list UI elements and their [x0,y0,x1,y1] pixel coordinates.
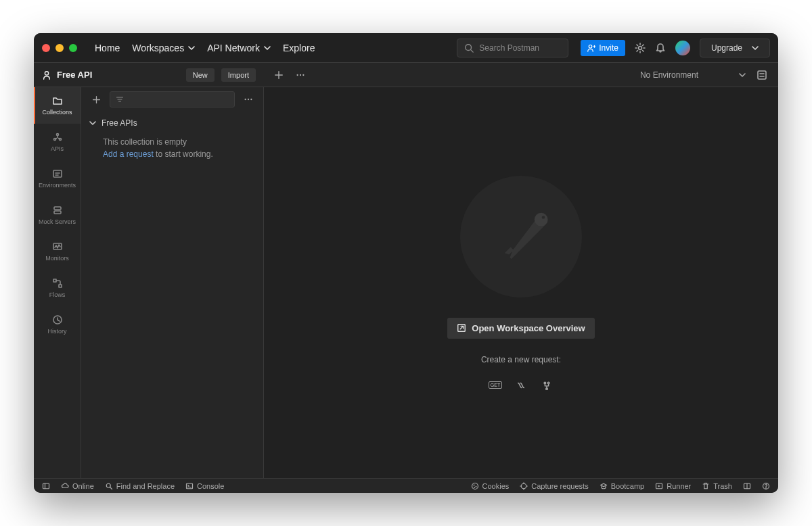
tab-options-button[interactable] [292,67,309,83]
folder-label: Free APIs [102,118,137,128]
plus-icon [274,70,284,80]
console-button[interactable]: Console [185,482,224,490]
subheader-right: No Environment [632,67,778,83]
sidebar-options-button[interactable] [240,91,256,107]
capture-button[interactable]: Capture requests [520,482,588,490]
workspace-name[interactable]: Free API [42,70,179,80]
find-replace-button[interactable]: Find and Replace [105,482,175,490]
status-bar: Online Find and Replace Console Cookies … [34,478,778,493]
chevron-down-icon [188,45,195,51]
create-collection-button[interactable] [88,91,104,107]
maximize-window-button[interactable] [69,44,77,52]
svg-point-35 [535,212,548,226]
empty-message: This collection is empty [103,136,255,148]
nav-explore[interactable]: Explore [283,43,315,53]
svg-point-36 [542,216,545,218]
cookies-label: Cookies [482,482,510,490]
avatar[interactable] [675,41,690,55]
chevron-down-icon [264,45,271,51]
monitor-icon [52,241,63,252]
bootcamp-button[interactable]: Bootcamp [600,482,645,490]
environment-quick-look[interactable] [754,67,770,83]
rail-collections[interactable]: Collections [34,87,81,124]
new-tab-button[interactable] [271,67,287,83]
nav-workspaces-label: Workspaces [132,43,184,53]
bootcamp-label: Bootcamp [611,482,645,490]
rail-environments[interactable]: Environments [34,160,81,197]
rail-flows[interactable]: Flows [34,270,81,306]
svg-point-11 [302,74,304,75]
svg-line-45 [110,487,112,489]
settings-button[interactable] [635,43,646,53]
history-icon [52,314,63,325]
toggle-sidebar-button[interactable] [42,482,50,490]
import-button[interactable]: Import [221,68,256,82]
close-window-button[interactable] [42,44,50,52]
svg-point-5 [638,46,641,49]
rail-mock-servers[interactable]: Mock Servers [34,197,81,233]
filter-input[interactable] [110,91,235,107]
search-input[interactable]: Search Postman [457,39,568,57]
nav-api-network[interactable]: API Network [207,43,271,53]
svg-point-9 [296,74,298,75]
get-badge: GET [489,381,502,389]
new-button[interactable]: New [186,68,215,82]
add-request-link[interactable]: Add a request [103,149,154,159]
rail-monitors[interactable]: Monitors [34,233,81,270]
rail-label: Flows [49,291,66,298]
find-label: Find and Replace [116,482,175,490]
rail-label: Environments [39,182,76,189]
header-right: Invite Upgrade [581,39,770,57]
open-workspace-overview-button[interactable]: Open Workspace Overview [447,318,594,339]
plus-icon [92,95,101,104]
console-label: Console [197,482,224,490]
trash-icon [702,482,710,490]
two-pane-button[interactable] [743,482,751,490]
empty-state: This collection is empty Add a request t… [88,132,256,162]
create-http-request[interactable]: GET [489,381,501,390]
upgrade-button[interactable]: Upgrade [700,39,770,57]
svg-point-33 [248,99,249,100]
minimize-window-button[interactable] [55,44,64,52]
cookies-button[interactable]: Cookies [471,482,510,490]
nav-api-network-label: API Network [207,43,260,53]
svg-point-32 [244,99,246,100]
svg-point-10 [300,74,301,75]
environment-label: No Environment [640,70,698,80]
create-websocket-request[interactable] [515,381,527,390]
nav-workspaces[interactable]: Workspaces [132,43,195,53]
chevron-down-icon [752,45,759,51]
main-content: Open Workspace Overview Create a new req… [264,87,778,478]
rail-history[interactable]: History [34,306,81,343]
collections-tree: Free APIs This collection is empty Add a… [81,112,263,164]
rail-apis[interactable]: APIs [34,124,81,160]
invite-button[interactable]: Invite [581,40,625,56]
create-grpc-request[interactable] [541,381,553,390]
tree-folder[interactable]: Free APIs [88,114,256,132]
sidebar-tools [81,87,263,112]
help-button[interactable] [762,482,770,490]
header: Home Workspaces API Network Explore Sear… [34,33,778,63]
cookie-icon [471,482,479,490]
flows-icon [52,278,63,289]
help-icon [762,482,770,490]
left-rail: Collections APIs Environments Mock Serve… [34,87,81,478]
notifications-button[interactable] [655,43,666,53]
nav-home[interactable]: Home [95,43,120,53]
trash-button[interactable]: Trash [702,482,732,490]
folder-icon [52,95,63,106]
rail-label: Mock Servers [39,218,76,225]
environment-selector[interactable]: No Environment [640,70,746,80]
rail-label: History [47,328,66,335]
grpc-icon [542,381,551,390]
svg-point-50 [476,486,476,487]
create-request-label: Create a new request: [481,355,561,364]
filter-icon [116,95,124,103]
sidebar: Free APIs This collection is empty Add a… [81,87,264,478]
chevron-down-icon [89,120,96,126]
online-status[interactable]: Online [61,482,94,490]
svg-rect-22 [54,211,61,214]
runner-button[interactable]: Runner [655,482,691,490]
svg-rect-18 [53,170,62,177]
svg-point-52 [522,483,527,489]
